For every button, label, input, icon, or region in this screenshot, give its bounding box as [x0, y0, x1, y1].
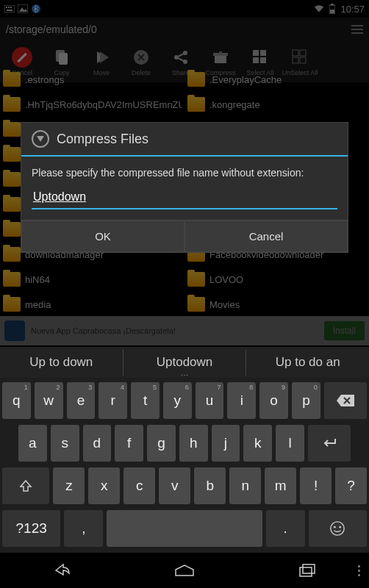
- key-k[interactable]: k: [243, 425, 272, 462]
- key-i[interactable]: i8: [227, 382, 256, 419]
- svg-rect-31: [303, 564, 315, 573]
- nav-bar: [0, 553, 369, 588]
- key-r[interactable]: r4: [98, 382, 127, 419]
- key-h[interactable]: h: [179, 425, 208, 462]
- suggestion-1[interactable]: Up to down: [0, 349, 123, 376]
- key-s[interactable]: s: [51, 425, 79, 462]
- suggestion-2[interactable]: Uptodown: [123, 349, 247, 376]
- key-shift[interactable]: [2, 467, 49, 504]
- svg-point-28: [334, 526, 336, 528]
- key-period[interactable]: .: [266, 510, 305, 547]
- nav-overflow-icon[interactable]: [358, 565, 360, 576]
- key-y[interactable]: y6: [163, 382, 192, 419]
- filename-input[interactable]: Uptodown: [32, 187, 337, 209]
- key-p[interactable]: p0: [292, 382, 320, 419]
- key-ques[interactable]: ?: [335, 467, 367, 504]
- svg-rect-30: [300, 567, 312, 576]
- key-n[interactable]: n: [229, 467, 261, 504]
- key-g[interactable]: g: [147, 425, 176, 462]
- keyboard: q1w2e3r4t5y6u7i8o9p0 asdfghjkl zxcvbnm!?…: [0, 378, 369, 553]
- suggestion-3[interactable]: Up to do an: [246, 349, 369, 376]
- key-m[interactable]: m: [265, 467, 296, 504]
- key-symbols[interactable]: ?123: [2, 510, 60, 547]
- key-excl[interactable]: !: [300, 467, 332, 504]
- key-v[interactable]: v: [159, 467, 190, 504]
- svg-point-29: [340, 526, 342, 528]
- keyboard-suggestions: Up to down Uptodown Up to do an: [0, 347, 369, 378]
- dialog-message: Please specify the compressed file name …: [32, 167, 337, 179]
- compress-dialog: Compress Files Please specify the compre…: [21, 122, 348, 253]
- key-emoji[interactable]: [309, 510, 367, 547]
- cancel-dialog-button[interactable]: Cancel: [184, 220, 348, 252]
- key-q[interactable]: q1: [2, 382, 31, 419]
- key-z[interactable]: z: [53, 467, 85, 504]
- key-f[interactable]: f: [115, 425, 143, 462]
- key-b[interactable]: b: [194, 467, 226, 504]
- key-comma[interactable]: ,: [64, 510, 103, 547]
- key-a[interactable]: a: [18, 425, 47, 462]
- key-o[interactable]: o9: [259, 382, 288, 419]
- key-x[interactable]: x: [88, 467, 120, 504]
- key-u[interactable]: u7: [196, 382, 224, 419]
- key-d[interactable]: d: [83, 425, 112, 462]
- dialog-app-icon: [32, 130, 49, 148]
- key-l[interactable]: l: [276, 425, 304, 462]
- key-t[interactable]: t5: [131, 382, 160, 419]
- key-w[interactable]: w2: [35, 382, 63, 419]
- nav-home[interactable]: [174, 560, 195, 581]
- key-backspace[interactable]: [324, 382, 367, 419]
- key-e[interactable]: e3: [67, 382, 96, 419]
- key-enter[interactable]: [308, 425, 351, 462]
- svg-point-27: [331, 522, 344, 535]
- nav-back[interactable]: [51, 560, 72, 581]
- key-j[interactable]: j: [212, 425, 240, 462]
- nav-recent[interactable]: [297, 560, 318, 581]
- dialog-title: Compress Files: [57, 132, 148, 147]
- key-space[interactable]: [107, 510, 262, 547]
- key-c[interactable]: c: [123, 467, 155, 504]
- ok-button[interactable]: OK: [21, 220, 184, 252]
